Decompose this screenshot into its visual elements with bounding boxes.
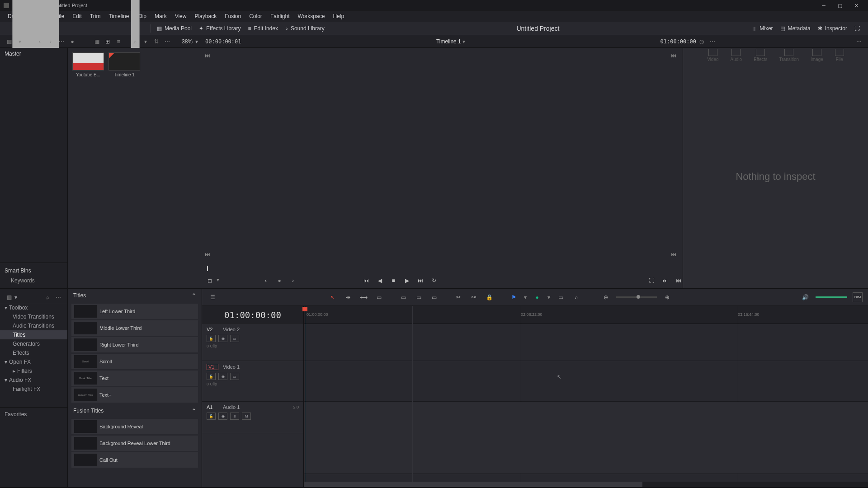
selection-tool[interactable]: ↖ — [328, 292, 338, 302]
sort-icon[interactable]: ⇅ — [152, 37, 161, 46]
options-icon[interactable]: ⋯ — [54, 293, 63, 302]
play-button[interactable]: ▶ — [403, 277, 411, 285]
options-icon[interactable]: ⋯ — [854, 37, 863, 46]
fx-filters[interactable]: ▸ Filters — [0, 366, 67, 375]
full-screen-button[interactable]: ⛶ — [647, 277, 656, 285]
inspector-tab-video[interactable]: Video — [707, 49, 718, 65]
fx-openfx[interactable]: ▾Open FX — [0, 357, 67, 366]
timeline-scrollbar[interactable] — [304, 482, 868, 487]
prev-edit-button[interactable]: ⏮ — [675, 277, 683, 285]
chevron-down-icon[interactable]: ▾ — [14, 294, 17, 300]
viewer-options-icon[interactable]: ⋯ — [708, 37, 717, 46]
lock-icon[interactable]: 🔓 — [207, 413, 216, 420]
timeline-ruler[interactable]: 01:00:00:00 02:08:22:00 03:16:44:00 — [304, 306, 868, 324]
title-item[interactable]: Basic TitleText — [71, 371, 198, 386]
search-icon[interactable]: ⌕ — [43, 293, 52, 302]
fx-view-icon[interactable]: ▥ — [5, 293, 14, 302]
title-item[interactable]: Background Reveal — [71, 419, 198, 434]
link-tool[interactable]: ⚯ — [469, 292, 479, 302]
fx-video-transitions[interactable]: Video Transitions — [0, 312, 67, 321]
dim-button[interactable]: DIM — [853, 292, 863, 302]
inspector-button[interactable]: ✱ Inspector — [814, 23, 851, 33]
collapse-icon[interactable]: ⌃ — [192, 408, 196, 414]
playhead[interactable] — [305, 306, 305, 487]
solo-button[interactable]: S — [230, 413, 239, 420]
minimize-button[interactable]: ─ — [816, 0, 832, 11]
zoom-percent[interactable]: 38% — [182, 38, 193, 45]
fx-toolbox[interactable]: ▾Toolbox — [0, 303, 67, 312]
flag-button[interactable]: ⚑ — [509, 292, 519, 302]
fx-generators[interactable]: Generators — [0, 339, 67, 348]
timeline-view-button[interactable]: ☰ — [208, 292, 217, 302]
replace-tool[interactable]: ▭ — [429, 292, 439, 302]
options-icon[interactable]: ⋯ — [163, 37, 172, 46]
clock-icon[interactable]: ◷ — [697, 37, 706, 46]
lock-tool[interactable]: 🔒 — [484, 292, 494, 302]
volume-slider[interactable] — [816, 296, 847, 298]
media-clip-timeline[interactable]: Timeline 1 — [108, 52, 140, 284]
overwrite-tool[interactable]: ▭ — [414, 292, 424, 302]
fx-fairlight[interactable]: Fairlight FX — [0, 385, 67, 394]
timeline-timecode[interactable]: 01:00:00:00 — [202, 306, 303, 324]
track-header-a1[interactable]: A1Audio 12.0 🔓◉SM — [202, 402, 303, 433]
first-frame-button[interactable]: ⏮ — [362, 277, 370, 285]
goto-out-icon[interactable]: ⏮ — [671, 251, 680, 260]
mute-button[interactable]: M — [242, 413, 251, 420]
next-clip-icon[interactable]: › — [289, 277, 297, 285]
fx-audiofx[interactable]: ▾Audio FX — [0, 375, 67, 385]
menu-workspace[interactable]: Workspace — [294, 13, 329, 19]
menu-help[interactable]: Help — [329, 13, 348, 19]
loop-button[interactable]: ↻ — [430, 277, 438, 285]
razor-tool[interactable]: ✂ — [453, 292, 463, 302]
lock-icon[interactable]: 🔓 — [207, 373, 216, 380]
timeline-canvas[interactable]: 01:00:00:00 02:08:22:00 03:16:44:00 ↖ — [304, 306, 868, 487]
menu-fusion[interactable]: Fusion — [221, 13, 245, 19]
disable-button[interactable]: ▭ — [230, 373, 239, 380]
edit-index-button[interactable]: ≡ Edit Index — [245, 23, 282, 33]
chevron-down-icon[interactable]: ▾ — [15, 37, 24, 46]
inspector-tab-audio[interactable]: Audio — [731, 49, 742, 65]
menu-color[interactable]: Color — [245, 13, 266, 19]
disable-button[interactable]: ▭ — [230, 335, 239, 342]
title-item[interactable]: Right Lower Third — [71, 337, 198, 352]
jog-bar[interactable] — [206, 265, 679, 273]
inspector-tab-effects[interactable]: Effects — [754, 49, 767, 65]
title-item[interactable]: ScrollScroll — [71, 354, 198, 369]
auto-select-button[interactable]: ◉ — [218, 413, 227, 420]
thumb-view-button[interactable]: ▦ — [92, 37, 101, 46]
record-icon[interactable]: ● — [275, 277, 283, 285]
grid-view-button[interactable]: ⊞ — [103, 37, 112, 46]
stop-button[interactable]: ■ — [389, 277, 397, 285]
collapse-icon[interactable]: ⌃ — [192, 292, 196, 299]
nav-back-button[interactable]: ‹ — [35, 37, 44, 46]
list-view-button[interactable]: ≡ — [114, 37, 123, 46]
fx-audio-transitions[interactable]: Audio Transitions — [0, 321, 67, 330]
dynamic-trim-tool[interactable]: ⟷ — [359, 292, 368, 302]
title-item[interactable]: Middle Lower Third — [71, 320, 198, 336]
inspector-tab-file[interactable]: File — [835, 49, 844, 65]
goto-in-icon[interactable]: ⏭ — [205, 251, 214, 260]
menu-mark[interactable]: Mark — [151, 13, 171, 19]
menu-view[interactable]: View — [171, 13, 191, 19]
master-bin[interactable]: Master — [0, 48, 67, 60]
zoom-slider[interactable] — [616, 296, 657, 298]
more-icon[interactable]: ⋯ — [57, 37, 66, 46]
nav-fwd-button[interactable]: › — [46, 37, 55, 46]
keywords-bin[interactable]: Keywords — [5, 276, 63, 286]
title-item[interactable]: Custom TitleText+ — [71, 387, 198, 403]
menu-playback[interactable]: Playback — [190, 13, 221, 19]
expand-button[interactable]: ⛶ — [851, 23, 863, 33]
track-header-v1[interactable]: V1Video 1 🔓◉▭ 0 Clip — [202, 361, 303, 402]
track-header-v2[interactable]: V2Video 2 🔓◉▭ 0 Clip — [202, 324, 303, 361]
zoom-out-button[interactable]: ⊖ — [601, 292, 611, 302]
next-edit-button[interactable]: ⏭ — [661, 277, 669, 285]
bin-view-button[interactable]: ▥ — [5, 37, 14, 46]
smart-bins-header[interactable]: Smart Bins — [5, 266, 63, 276]
speaker-icon[interactable]: 🔊 — [800, 292, 810, 302]
fx-titles[interactable]: Titles — [0, 330, 67, 339]
step-fwd-button[interactable]: ⏭ — [416, 277, 425, 285]
marker-button[interactable]: ● — [532, 292, 542, 302]
chevron-down-icon[interactable]: ▾ — [141, 37, 150, 46]
trim-tool[interactable]: ⇹ — [343, 292, 353, 302]
sound-library-button[interactable]: ♪ Sound Library — [282, 23, 328, 33]
